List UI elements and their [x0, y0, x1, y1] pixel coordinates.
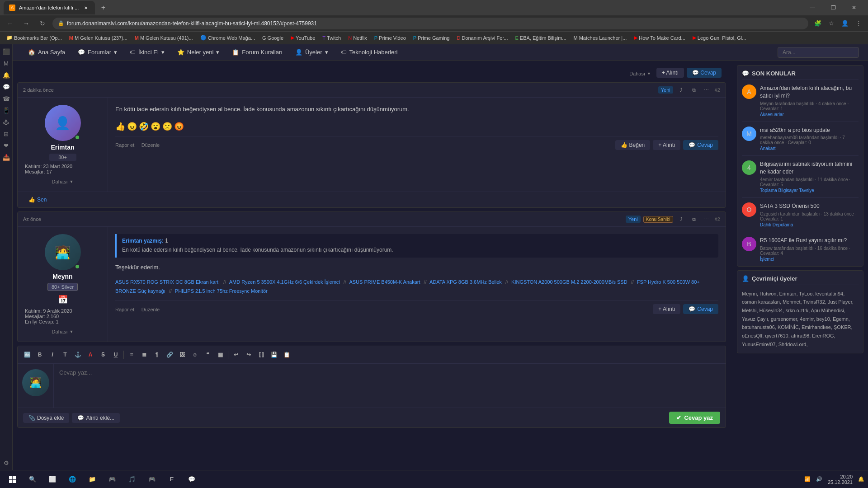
toolbar-bold-btn[interactable]: B	[34, 349, 46, 361]
bookmark-item-youtube[interactable]: ▶ YouTube	[288, 34, 318, 42]
bookmark-item-prime-video[interactable]: P Prime Video	[372, 34, 409, 42]
tab-close-button[interactable]: ✕	[82, 4, 90, 11]
reaction-sad[interactable]: 🙁	[162, 122, 172, 131]
toolbar-anchor-btn[interactable]: ⚓	[72, 349, 84, 361]
bookmark-item-gmail2[interactable]: M M Gelen Kutusu (491)...	[132, 34, 196, 42]
bookmark-item-eba[interactable]: E EBA, Eğitim Bilişim...	[512, 34, 569, 42]
bookmark-item-gmail1[interactable]: M M Gelen Kutusu (237)...	[66, 34, 130, 42]
nav-forumlar[interactable]: 💬 Forumlar ▾	[71, 44, 123, 60]
sidebar-settings-icon[interactable]: ⚙	[1, 457, 12, 468]
topic-cat-4[interactable]: Dahili Depolama	[760, 222, 859, 227]
rapor-link-2[interactable]: Rapor et	[115, 307, 134, 312]
toolbar-color-btn[interactable]: A	[85, 349, 96, 361]
reload-button[interactable]: ↻	[36, 17, 49, 30]
toolbar-code-btn[interactable]: ⟦⟧	[255, 349, 267, 361]
toolbar-quote-btn[interactable]: ❝	[202, 349, 213, 361]
toolbar-save-btn[interactable]: 💾	[268, 349, 280, 361]
reply-textarea[interactable]	[59, 369, 720, 401]
bookmark-item-donanimarsivi[interactable]: D Donanım Arşivi For...	[454, 34, 510, 42]
bookmark-item-lego[interactable]: ▶ Lego Gun, Pistol, Gl...	[690, 34, 749, 42]
sidebar-icon-5[interactable]: ☎	[1, 93, 12, 104]
bookmark-item-google[interactable]: G Google	[259, 34, 286, 42]
forward-button[interactable]: →	[20, 17, 33, 30]
topic-cat-3[interactable]: Toplama Bilgisayar Tavsiye	[760, 188, 859, 193]
top-cevap-button[interactable]: 💬 Cevap	[687, 68, 722, 78]
sidebar-icon-6[interactable]: 📱	[1, 105, 12, 116]
sidebar-icon-4[interactable]: 💬	[1, 81, 12, 92]
topic-cat-2[interactable]: Anakart	[760, 146, 859, 151]
toolbar-clip-btn[interactable]: 📋	[281, 349, 292, 361]
dosya-ekle-button[interactable]: 📎 Dosya ekle	[23, 413, 69, 423]
spec-link-4[interactable]: ADATA XPG 8GB 3.6MHz Bellek	[429, 279, 502, 285]
toolbar-list2-btn[interactable]: ≣	[138, 349, 150, 361]
sidebar-icon-7[interactable]: 🕹	[1, 117, 12, 127]
alinti-button-2[interactable]: + Alıntı	[653, 304, 680, 314]
share-icon-1[interactable]: ⤴	[676, 85, 687, 94]
spec-link-3[interactable]: ASUS PRIME B450M-K Anakart	[349, 279, 420, 285]
toolbar-image-btn[interactable]: 🖼	[176, 349, 188, 361]
restore-button[interactable]: ❐	[823, 0, 844, 15]
copy-icon-2[interactable]: ⧉	[689, 215, 699, 224]
topic-title-2[interactable]: msi a520m a pro bios update	[760, 127, 859, 134]
toolbar-font-btn[interactable]: 🔤	[21, 349, 33, 361]
duzenle-link-2[interactable]: Düzenle	[142, 307, 160, 312]
topic-cat-5[interactable]: İşlemci	[760, 257, 859, 262]
reaction-rage[interactable]: 😡	[174, 122, 184, 131]
share-icon-2[interactable]: ⤴	[676, 215, 687, 224]
url-bar[interactable]: 🔒 forum.donanimarsivi.com/konu/amazondan…	[52, 18, 808, 29]
reaction-lol[interactable]: 🤣	[139, 122, 149, 131]
toolbar-emoji-btn[interactable]: ☺	[189, 349, 201, 361]
cevap-button-1[interactable]: 💬 Cevap	[683, 140, 718, 150]
active-tab[interactable]: A Amazon'dan telefon kılıfı ... ✕	[4, 1, 95, 14]
username-erimtan[interactable]: Erimtan	[51, 144, 74, 151]
bookmark-item-prime-gaming[interactable]: P Prime Gaming	[410, 34, 453, 42]
topic-title-5[interactable]: R5 1600AF ile Rust yayını açılır mı?	[760, 237, 859, 244]
top-alinti-button[interactable]: + Alıntı	[656, 68, 684, 78]
extensions-icon[interactable]: 🧩	[812, 18, 824, 29]
sidebar-extensions-icon[interactable]: ⬛	[1, 46, 12, 57]
profile-icon[interactable]: 👤	[839, 18, 851, 29]
topic-title-1[interactable]: Amazon'dan telefon kılıfı alacağım, bu s…	[760, 84, 859, 100]
more-icon-2[interactable]: ⋯	[701, 215, 712, 224]
bookmark-item-folder[interactable]: 📁 Bookmarks Bar (Op...	[4, 34, 65, 42]
bookmark-item-matches[interactable]: M Matches Launcher |...	[571, 34, 630, 42]
search-input[interactable]	[778, 47, 859, 58]
toolbar-strikethrough-btn[interactable]: T	[59, 349, 71, 361]
bookmark-item-howto[interactable]: ▶ How To Make Card...	[631, 34, 688, 42]
bookmark-icon[interactable]: ☆	[826, 18, 837, 29]
dahasi-button-top[interactable]: Dahası ▼	[629, 71, 651, 76]
toolbar-table-btn[interactable]: ▦	[214, 349, 226, 361]
sidebar-icon-2[interactable]: M	[1, 58, 12, 69]
toolbar-strike2-btn[interactable]: S̶	[97, 349, 109, 361]
sidebar-icon-8[interactable]: ⊞	[1, 128, 12, 139]
spec-link-5[interactable]: KINGSTON A2000 500GB M.2 2200-2000MB/s S…	[511, 279, 627, 285]
nav-teknoloji[interactable]: 🏷 Teknoloji Haberleri	[335, 44, 404, 60]
sidebar-icon-9[interactable]: ❤	[1, 140, 12, 151]
spec-link-7[interactable]: PHILIPS 21.5 inch 75hz Freesync Monitör	[175, 288, 268, 294]
copy-icon-1[interactable]: ⧉	[689, 85, 699, 94]
alinti-ekle-button[interactable]: 💬 Alıntı ekle...	[72, 413, 120, 423]
toolbar-underline-btn[interactable]: U	[110, 349, 122, 361]
toolbar-list-btn[interactable]: ≡	[126, 349, 137, 361]
username-meynn[interactable]: Meynn	[52, 273, 72, 280]
reaction-surprised[interactable]: 😮	[151, 122, 160, 131]
more-icon-1[interactable]: ⋯	[701, 85, 712, 94]
sidebar-icon-3[interactable]: 🔔	[1, 70, 12, 80]
duzenle-link-1[interactable]: Düzenle	[142, 142, 160, 148]
bookmark-item-chrome-web[interactable]: 🔵 Chrome Web Mağa...	[198, 34, 258, 42]
toolbar-para-btn[interactable]: ¶	[151, 349, 163, 361]
new-tab-button[interactable]: +	[97, 1, 109, 14]
spec-link-2[interactable]: AMD Ryzen 5 3500X 4.1GHz 6/6 Çekirdek İş…	[229, 279, 340, 285]
cevap-yaz-button[interactable]: ✔ Cevap yaz	[669, 412, 720, 424]
back-button[interactable]: ←	[4, 17, 16, 30]
cevap-button-2[interactable]: 💬 Cevap	[683, 304, 718, 314]
reaction-thumbsup[interactable]: 👍	[115, 122, 125, 131]
spec-link-1[interactable]: ASUS RX570 ROG STRIX OC 8GB Ekran kartı	[115, 279, 220, 285]
bookmark-item-twitch[interactable]: T Twitch	[320, 34, 344, 42]
alinti-button-1[interactable]: + Alıntı	[653, 140, 680, 150]
begen-button-1[interactable]: 👍 Beğen	[615, 140, 651, 150]
sidebar-icon-10[interactable]: 📥	[1, 152, 12, 163]
rapor-link-1[interactable]: Rapor et	[115, 142, 134, 148]
menu-icon[interactable]: ⋮	[853, 18, 864, 29]
toolbar-redo-btn[interactable]: ↪	[243, 349, 255, 361]
